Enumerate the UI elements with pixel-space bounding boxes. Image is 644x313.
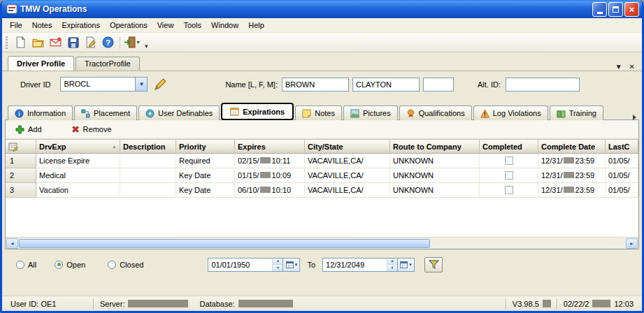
add-button[interactable]: Add — [15, 125, 42, 134]
spin-down-icon[interactable]: ▼ — [387, 265, 397, 271]
to-date-picker[interactable]: 12/31/2049 ▲▼ ▾ — [322, 258, 415, 272]
horizontal-scrollbar[interactable]: ◄ ► — [6, 237, 638, 249]
cell-lastc[interactable]: 01/05/ — [606, 168, 638, 183]
exit-dropdown-arrow[interactable]: ▾ — [136, 39, 139, 45]
radio-all[interactable]: All — [16, 261, 36, 269]
cell-expires[interactable]: 01/15/10:09 — [235, 168, 305, 183]
cell-complete-date[interactable]: 12/31/23:59 — [538, 154, 606, 168]
toolbar-overflow-chevron[interactable]: ▾ — [145, 43, 148, 52]
cell-completed[interactable] — [480, 168, 538, 183]
col-header-description[interactable]: Description — [120, 139, 176, 154]
row-selector[interactable]: 2 — [6, 168, 36, 183]
cell-citystate[interactable]: VACAVILLE,CA/ — [305, 183, 390, 198]
cell-completed[interactable] — [480, 154, 538, 168]
tab-notes[interactable]: Notes — [295, 105, 342, 120]
row-selector[interactable]: 1 — [6, 154, 36, 168]
radio-open-icon[interactable] — [55, 261, 63, 269]
completed-checkbox[interactable] — [505, 186, 513, 194]
menu-help[interactable]: Help — [243, 19, 269, 31]
tab-scroll-right-icon[interactable] — [633, 115, 636, 120]
edit-note-button[interactable] — [82, 34, 99, 50]
col-header-expires[interactable]: Expires — [235, 139, 305, 154]
cell-lastc[interactable]: 01/05/ — [606, 183, 638, 198]
toolbar-grip[interactable] — [6, 36, 8, 49]
menu-operations[interactable]: Operations — [105, 19, 152, 31]
completed-checkbox[interactable] — [505, 156, 513, 165]
cell-complete-date[interactable]: 12/31/23:59 — [538, 183, 606, 198]
col-header-citystate[interactable]: City/State — [305, 139, 390, 154]
cell-route[interactable]: UNKNOWN — [390, 154, 480, 168]
tab-pictures[interactable]: Pictures — [343, 105, 398, 120]
row-selector[interactable]: 3 — [6, 183, 36, 198]
grid-corner-cell[interactable] — [6, 139, 36, 154]
radio-closed[interactable]: Closed — [108, 261, 143, 269]
alt-id-field[interactable] — [506, 78, 580, 92]
menu-window[interactable]: Window — [206, 19, 243, 31]
col-header-complete-date[interactable]: Complete Date — [538, 139, 606, 154]
spin-up-icon[interactable]: ▲ — [273, 259, 282, 265]
tab-placement[interactable]: Placement — [74, 105, 137, 120]
first-name-field[interactable] — [352, 78, 420, 92]
to-date-spinner[interactable]: ▲▼ — [387, 259, 397, 271]
cell-priority[interactable]: Key Date — [176, 168, 235, 183]
cell-completed[interactable] — [480, 183, 538, 198]
cell-description[interactable] — [120, 183, 176, 198]
menu-file[interactable]: File — [5, 19, 27, 31]
scroll-right-button[interactable]: ► — [626, 238, 638, 249]
tab-qualifications[interactable]: Qualifications — [399, 105, 472, 120]
menu-tools[interactable]: Tools — [178, 19, 206, 31]
tab-information[interactable]: i Information — [8, 105, 73, 120]
tab-expirations[interactable]: Expirations — [221, 103, 294, 120]
scroll-left-button[interactable]: ◄ — [6, 238, 18, 249]
exit-button[interactable]: ▾ — [123, 34, 141, 50]
cell-description[interactable] — [120, 168, 176, 183]
radio-open[interactable]: Open — [55, 261, 85, 269]
apply-filter-button[interactable] — [424, 257, 443, 272]
pane-dropdown-icon[interactable]: ▼ — [615, 63, 622, 71]
col-header-completed[interactable]: Completed — [480, 139, 538, 154]
cell-lastc[interactable]: 01/05/ — [606, 154, 638, 168]
maximize-button[interactable] — [608, 2, 623, 17]
tab-driver-profile[interactable]: Driver Profile — [8, 56, 74, 71]
tab-training[interactable]: Training — [550, 105, 603, 120]
minimize-button[interactable] — [592, 2, 607, 17]
spin-down-icon[interactable]: ▼ — [273, 265, 282, 271]
tab-user-definables[interactable]: User Definables — [138, 105, 220, 120]
radio-closed-icon[interactable] — [108, 261, 116, 269]
from-date-spinner[interactable]: ▲▼ — [272, 259, 282, 271]
open-folder-button[interactable] — [29, 34, 47, 50]
scrollbar-thumb[interactable] — [19, 239, 430, 248]
tab-log-violations[interactable]: Log Violations — [473, 105, 548, 120]
cell-drvexp[interactable]: Medical — [36, 168, 120, 183]
col-header-route[interactable]: Route to Company — [390, 139, 480, 154]
cell-complete-date[interactable]: 12/31/23:59 — [538, 168, 606, 183]
cell-citystate[interactable]: VACAVILLE,CA/ — [305, 168, 390, 183]
title-bar[interactable]: TMW Operations × — [2, 0, 642, 18]
edit-pencil-icon[interactable] — [154, 78, 166, 91]
radio-all-icon[interactable] — [16, 261, 24, 269]
save-button[interactable] — [64, 34, 82, 50]
mail-button[interactable] — [47, 34, 64, 50]
remove-button[interactable]: Remove — [71, 125, 112, 133]
cell-priority[interactable]: Required — [176, 154, 235, 168]
menu-expirations[interactable]: Expirations — [57, 19, 104, 31]
driver-id-dropdown-button[interactable]: ▼ — [135, 78, 147, 91]
new-document-button[interactable] — [12, 34, 29, 50]
spin-up-icon[interactable]: ▲ — [387, 259, 397, 265]
col-header-priority[interactable]: Priority — [176, 139, 235, 154]
cell-route[interactable]: UNKNOWN — [390, 168, 480, 183]
pane-close-icon[interactable]: ✕ — [629, 63, 635, 71]
last-name-field[interactable] — [282, 78, 349, 92]
tab-tractor-profile[interactable]: TractorProfile — [76, 57, 140, 71]
to-date-calendar-button[interactable]: ▾ — [397, 259, 414, 271]
driver-id-combobox[interactable]: BROCL ▼ — [60, 77, 148, 92]
completed-checkbox[interactable] — [505, 171, 513, 180]
cell-citystate[interactable]: VACAVILLE,CA/ — [305, 154, 390, 168]
cell-expires[interactable]: 06/10/10:10 — [235, 183, 305, 198]
menu-view[interactable]: View — [152, 19, 179, 31]
close-button[interactable]: × — [624, 2, 639, 17]
col-header-drvexp[interactable]: DrvExp▲ — [36, 139, 120, 154]
menu-notes[interactable]: Notes — [27, 19, 57, 31]
cell-route[interactable]: UNKNOWN — [390, 183, 480, 198]
from-date-calendar-button[interactable]: ▾ — [282, 259, 299, 271]
